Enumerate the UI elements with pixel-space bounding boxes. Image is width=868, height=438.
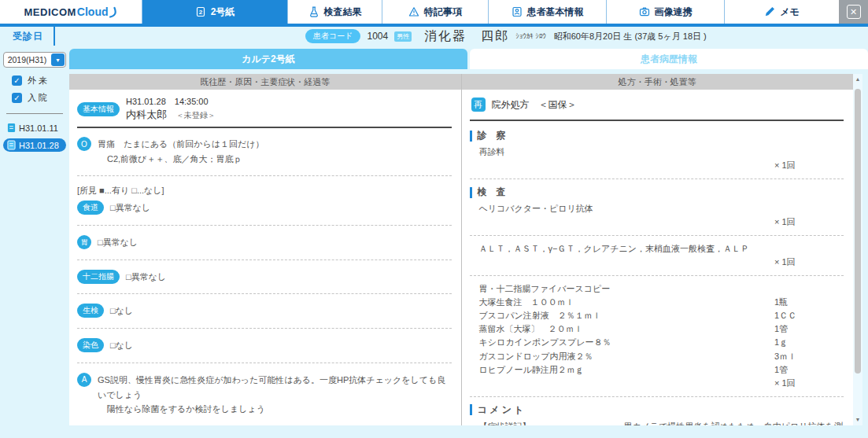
entry-line: □異常なし [126,270,166,285]
patient-code-badge: 患者コード [305,29,360,43]
med-row: ガスコンドロップ内用液２％3ｍｌ [470,350,844,363]
filter-inpatient[interactable]: ✓ 入 院 [12,92,69,104]
scrollbar-thumb[interactable] [855,89,861,374]
med-name: キシロカインポンプスプレー８％ [479,336,775,349]
app-window: MEDICOM Cloud 2 2号紙 検査結果 特記事項 [0,0,868,438]
comment-label: 【症状詳記】 [479,421,531,425]
warning-triangle-icon [408,6,419,17]
med-name: ガスコンドロップ内用液２％ [479,350,775,363]
camera-icon [639,6,650,17]
section-marker [470,404,472,415]
entry-line: C2,前微び＋＋、底／角大；胃底ｐ [98,152,264,167]
nav-tab-kensakekka[interactable]: 検査結果 [287,0,382,24]
filter-label: 入 院 [28,92,47,104]
nav-tab-gazorenkei[interactable]: 画像連携 [606,0,724,24]
basic-info-badge: 基本情報 [77,102,120,116]
order-count: × 1回 [774,159,844,172]
vertical-scrollbar[interactable]: ▲ ▼ [853,74,862,425]
patient-birthdate: 昭和60年8月20日 生 (37歳 5ヶ月 18日 ) [554,31,707,42]
nav-tab-label: 2号紙 [211,6,235,19]
med-qty: 1ＣＣ [774,309,844,322]
med-row: キシロカインポンプスプレー８％1ｇ [470,336,844,349]
scroll-down-icon[interactable]: ▼ [855,417,861,423]
section-marker [470,131,472,142]
med-name: 大塚生食注 １００ｍｌ [479,296,775,309]
karte-tab-bar: カルテ2号紙 患者病歴情報 [69,49,868,69]
med-row: 大塚生食注 １００ｍｌ1瓶 [470,296,844,309]
comment-text: 胃カメラで慢性胃炎を認めたため、血中ピロリ抗体を測定しました。 [479,421,843,425]
year-select[interactable]: 2019(H31) ▼ [3,52,66,68]
nav-tab-kihonjoho[interactable]: 患者基本情報 [488,0,606,24]
sidebar-divider [6,113,63,114]
med-qty: 1管 [774,363,844,377]
entry-line: □なし [110,338,133,353]
entry-badge: 生検 [77,304,104,318]
order-count: × 1回 [774,215,844,229]
rule [470,120,844,121]
med-qty: 1瓶 [774,296,844,309]
sidebar-title: 受診日 [0,27,55,46]
prescription-panel-body: 再 院外処方 ＜国保＞ 診 察 再診料 × 1回 [462,90,854,425]
medicom-cloud-logo: MEDICOM Cloud [0,0,142,24]
prescription-panel: 処方・手術・処置等 再 院外処方 ＜国保＞ 診 察 再診料 [461,74,854,425]
entry-line: □異常なし [98,235,138,250]
divider [77,363,452,363]
patient-sex-badge: 男性 [394,31,412,42]
cloud-swoosh-icon [109,6,118,19]
visit-basic-info-row: 基本情報 H31.01.28 14:35:00 内科太郎 ＜未登録＞ [77,94,452,125]
patient-name: 消化器 四郎 [424,28,509,45]
nav-tab-tokki[interactable]: 特記事項 [382,0,488,24]
divider [77,175,452,176]
pencil-icon [764,6,775,17]
close-button[interactable]: ✕ [839,0,868,24]
findings-legend: [所見 ■...有り □...なし] [77,185,452,197]
med-row: ロヒプノール静注用２ｍｇ1管 [470,363,844,377]
findings-entry: 胃 □異常なし [77,234,452,251]
divider [77,293,452,294]
year-select-value: 2019(H31) [4,55,50,64]
nav-tab-nigoshi[interactable]: 2 2号紙 [142,0,287,24]
entry-line: □なし [110,304,133,318]
revisit-badge: 再 [471,98,486,112]
section-exam: 診 察 [470,129,844,142]
chevron-down-icon[interactable]: ▼ [51,53,65,66]
entry-badge: O [77,137,91,151]
nav-tab-memo[interactable]: メモ [724,0,839,24]
order-item: 再診料 [479,145,775,159]
order-count: × 1回 [774,256,844,269]
med-name: 蒸留水〔大塚〕 ２０ｍｌ [479,322,775,336]
karte-panels: 既往歴・原因・主要症状・経過等 基本情報 H31.01.28 14:35:00 … [69,74,862,425]
entry-badge: 胃 [77,235,91,249]
findings-entry: 食道 □異常なし [77,200,452,216]
tab-karte-nigoshi[interactable]: カルテ2号紙 [69,49,467,69]
section-test: 検 査 [470,186,844,199]
checkbox-checked-icon[interactable]: ✓ [12,93,22,103]
order-item: ＡＬＴ，ＡＳＴ，γ−ＧＴ，クレアチニン，末梢血液一般検査，ＡＬＰ [479,242,775,256]
symptoms-panel-body: 基本情報 H31.01.28 14:35:00 内科太郎 ＜未登録＞ [69,90,461,425]
rule [77,127,452,128]
logo-medicom-text: MEDICOM [24,6,76,18]
entry-badge: 十二指腸 [77,270,120,284]
med-qty: 3ｍｌ [774,350,844,363]
scroll-up-icon[interactable]: ▲ [855,76,861,83]
filter-outpatient[interactable]: ✓ 外 来 [12,75,69,86]
visit-date-item-selected[interactable]: H31.01.28 [3,138,66,152]
section-label: 診 察 [478,129,506,142]
med-name: ブスコパン注射液 ２％１ｍｌ [479,309,775,322]
section-marker [470,187,472,198]
divider [470,396,844,397]
document-2-icon: 2 [195,6,206,17]
top-nav: MEDICOM Cloud 2 2号紙 検査結果 特記事項 [0,0,868,24]
divider [77,328,452,329]
findings-entry: 生検 □なし [77,303,452,319]
visit-date-label: H31.01.28 [19,141,59,150]
checkbox-checked-icon[interactable]: ✓ [12,75,22,86]
order-count: × 1回 [774,377,844,390]
divider [77,225,452,226]
med-qty: 1管 [774,322,844,336]
nav-tab-label: 特記事項 [424,6,462,19]
visit-date-item[interactable]: H31.01.11 [3,121,66,134]
rx-header-row: 再 院外処方 ＜国保＞ [470,94,844,118]
section-label: コ メ ン ト [478,403,524,417]
tab-patient-history[interactable]: 患者病歴情報 [470,49,868,69]
